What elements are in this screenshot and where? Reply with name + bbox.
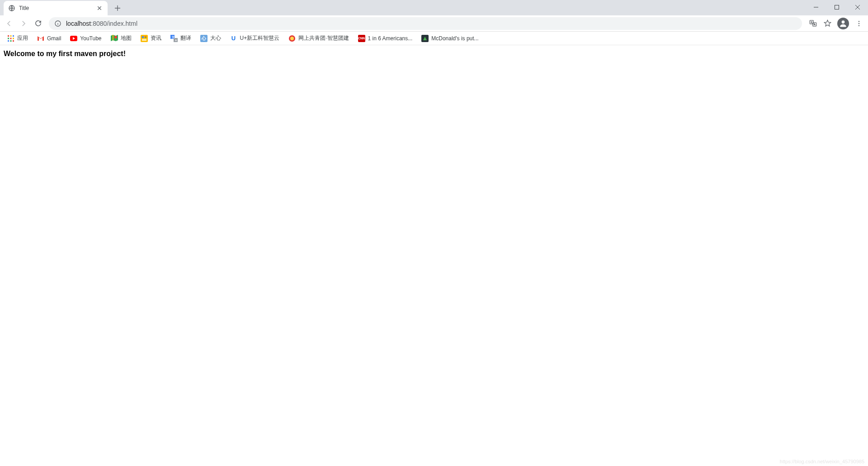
bookmark-apps[interactable]: 应用 <box>4 33 32 44</box>
tab-strip: Title <box>0 0 868 15</box>
apps-icon <box>7 35 14 42</box>
bookmark-tuanjian[interactable]: 网上共青团·智慧团建 <box>285 33 352 44</box>
svg-rect-16 <box>10 40 12 42</box>
youtube-icon <box>70 35 77 42</box>
svg-text:文: 文 <box>171 35 175 38</box>
maps-icon <box>111 35 118 42</box>
svg-rect-10 <box>10 35 12 37</box>
generic-icon: 心 <box>200 35 208 42</box>
svg-rect-14 <box>13 38 14 39</box>
profile-avatar[interactable] <box>837 18 849 29</box>
svg-point-8 <box>859 25 859 26</box>
svg-rect-17 <box>13 40 14 42</box>
svg-rect-21 <box>142 36 144 38</box>
bookmark-news[interactable]: 资讯 <box>137 33 165 44</box>
svg-rect-12 <box>8 38 9 39</box>
bookmark-youtube[interactable]: YouTube <box>66 33 105 44</box>
url-port: :8080 <box>91 20 107 27</box>
svg-point-7 <box>859 23 859 24</box>
svg-rect-25 <box>142 40 146 41</box>
emblem-icon <box>288 35 296 42</box>
browser-tab[interactable]: Title <box>4 1 108 15</box>
url-text: localhost:8080/index.html <box>66 20 797 27</box>
svg-point-5 <box>842 20 845 24</box>
svg-rect-13 <box>10 38 12 39</box>
bookmark-label: 应用 <box>17 34 28 42</box>
translate-icon: 文A <box>170 35 178 42</box>
star-button[interactable] <box>821 17 834 30</box>
svg-rect-9 <box>8 35 9 37</box>
window-maximize-button[interactable] <box>826 0 847 14</box>
bookmark-gmail[interactable]: Gmail <box>33 33 65 44</box>
welcome-heading: Welcome to my first maven project! <box>4 50 864 58</box>
info-icon <box>54 20 61 27</box>
bookmark-label: 大心 <box>210 34 221 42</box>
svg-rect-24 <box>142 39 146 40</box>
menu-button[interactable] <box>853 17 865 30</box>
window-controls <box>806 0 868 15</box>
bookmark-label: 地图 <box>121 34 132 42</box>
bookmark-daxin[interactable]: 心 大心 <box>197 33 225 44</box>
bookmark-maps[interactable]: 地图 <box>107 33 135 44</box>
bookmark-label: U+新工科智慧云 <box>240 34 280 42</box>
svg-rect-1 <box>835 5 839 10</box>
svg-text:A: A <box>175 39 177 42</box>
bookmark-label: 资讯 <box>151 34 161 42</box>
reload-button[interactable] <box>32 17 44 30</box>
page-content: Welcome to my first maven project! <box>0 45 868 62</box>
bookmarks-bar: 应用 Gmail YouTube 地图 资讯 文A 翻译 心 大心 U U+ <box>0 32 868 45</box>
bookmark-label: 网上共青团·智慧团建 <box>298 34 349 42</box>
svg-rect-15 <box>8 40 9 42</box>
svg-rect-20 <box>141 35 148 42</box>
translate-button[interactable] <box>807 17 819 30</box>
url-host: localhost <box>66 20 91 27</box>
window-minimize-button[interactable] <box>806 0 826 14</box>
address-bar[interactable]: localhost:8080/index.html <box>49 17 802 30</box>
bookmark-cnn[interactable]: CNN 1 in 6 Americans... <box>354 33 416 44</box>
svg-rect-22 <box>145 36 146 37</box>
tab-close-button[interactable] <box>96 5 103 12</box>
bookmark-label: McDonald's is put... <box>431 35 478 42</box>
gmail-icon <box>37 35 44 42</box>
generic-dark-icon <box>421 35 429 42</box>
bookmark-translate[interactable]: 文A 翻译 <box>167 33 195 44</box>
bookmark-label: 翻译 <box>180 34 191 42</box>
svg-point-19 <box>114 36 117 38</box>
back-button[interactable] <box>3 17 15 30</box>
forward-button[interactable] <box>17 17 30 30</box>
url-path: /index.html <box>107 20 137 27</box>
bookmark-label: 1 in 6 Americans... <box>368 35 413 42</box>
tab-title: Title <box>19 5 92 11</box>
window-close-button[interactable] <box>847 0 868 14</box>
bookmark-label: Gmail <box>47 35 61 42</box>
svg-rect-23 <box>145 37 146 38</box>
bookmark-mcdonalds[interactable]: McDonald's is put... <box>418 33 482 44</box>
u-icon: U <box>230 35 237 42</box>
svg-point-31 <box>290 37 294 40</box>
bookmark-label: YouTube <box>80 35 101 42</box>
svg-rect-11 <box>13 35 14 37</box>
globe-icon <box>8 5 15 12</box>
bookmark-uplus[interactable]: U U+新工科智慧云 <box>226 33 283 44</box>
cnn-icon: CNN <box>358 35 365 42</box>
news-icon <box>141 35 148 42</box>
browser-toolbar: localhost:8080/index.html <box>0 15 868 32</box>
svg-point-6 <box>859 21 859 22</box>
new-tab-button[interactable] <box>111 2 124 14</box>
